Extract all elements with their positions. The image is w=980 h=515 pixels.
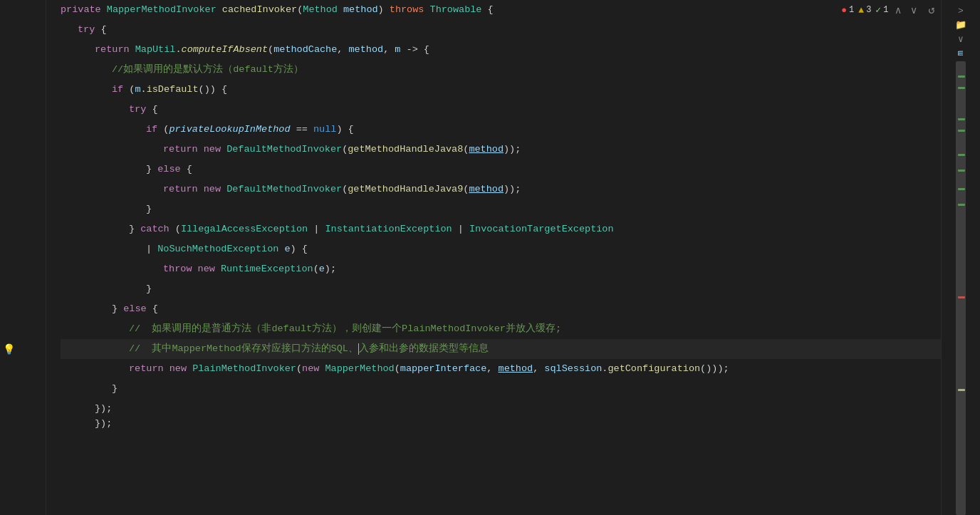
code-line-22: });	[61, 419, 941, 429]
reload-button[interactable]: ↺	[928, 3, 935, 17]
nav-up-button[interactable]: ∧	[892, 4, 904, 16]
right-panel-icons: > 📁 ∨ m	[954, 3, 968, 58]
code-line-10: return new DefaultMethodInvoker(getMetho…	[61, 180, 941, 199]
check-count: 1	[883, 5, 888, 15]
gutter-line-1	[0, 0, 40, 20]
gutter-line-13	[0, 239, 40, 259]
status-bar: ● 1 ▲ 3 ✓ 1 ∧ ∨ ↺	[835, 0, 941, 20]
code-line-8: return new DefaultMethodInvoker(getMetho…	[61, 140, 941, 160]
code-lines: private MapperMethodInvoker cachedInvoke…	[46, 0, 941, 429]
gutter-line-14	[0, 259, 40, 279]
code-line-7: if (privateLookupInMethod == null) {	[61, 120, 941, 140]
code-line-17: // 如果调用的是普通方法（非default方法），则创建一个PlainMeth…	[61, 319, 941, 339]
gutter-line-4	[0, 60, 40, 80]
code-line-5: if (m.isDefault()) {	[61, 80, 941, 100]
code-line-4: //如果调用的是默认方法（default方法）	[61, 60, 941, 80]
code-line-18: // 其中MapperMethod保存对应接口方法的SQL、入参和出参的数据类型…	[61, 339, 941, 359]
gutter-line-20	[0, 379, 40, 399]
error-badge: ● 1	[841, 5, 854, 16]
code-line-14: throw new RuntimeException(e);	[61, 259, 941, 279]
code-line-6: try {	[61, 100, 941, 120]
gutter-line-3	[0, 40, 40, 60]
right-folder-icon[interactable]: 📁	[955, 19, 966, 31]
gutter-line-2	[0, 20, 40, 40]
gutter-line-5	[0, 80, 40, 100]
code-line-15: }	[61, 279, 941, 299]
code-line-16: } else {	[61, 299, 941, 319]
scrollbar-track[interactable]	[956, 61, 966, 515]
code-area[interactable]: private MapperMethodInvoker cachedInvoke…	[46, 0, 941, 515]
gutter-line-8	[0, 140, 40, 160]
gutter-line-12	[0, 219, 40, 239]
line-gutter-area: 💡	[0, 0, 46, 515]
code-line-13: | NoSuchMethodException e) {	[61, 239, 941, 259]
gutter-line-7	[0, 120, 40, 140]
gutter-line-18: 💡	[0, 339, 40, 359]
code-line-19: return new PlainMethodInvoker(new Mapper…	[61, 359, 941, 379]
gutter-line-17	[0, 319, 40, 339]
gutter-line-9	[0, 160, 40, 180]
warning-count: 3	[866, 5, 871, 15]
nav-down-button[interactable]: ∨	[908, 4, 919, 16]
error-icon: ●	[841, 5, 847, 16]
right-label-m: m	[956, 51, 966, 56]
code-line-2: try {	[61, 20, 941, 40]
gutter-line-16	[0, 299, 40, 319]
right-chevron-icon[interactable]: >	[958, 6, 964, 16]
right-panel: > 📁 ∨ m	[941, 0, 980, 515]
gutter-line-15	[0, 279, 40, 299]
warning-badge: ▲ 3	[858, 5, 871, 16]
gutter-line-21	[0, 399, 40, 419]
gutter-line-19	[0, 359, 40, 379]
code-line-12: } catch (IllegalAccessException | Instan…	[61, 219, 941, 239]
gutter-line-22	[0, 419, 40, 439]
error-count: 1	[849, 5, 854, 15]
right-chevron-down-icon[interactable]: ∨	[958, 33, 964, 45]
bulb-icon[interactable]: 💡	[1, 339, 16, 359]
gutter-line-11	[0, 199, 40, 219]
code-line-1: private MapperMethodInvoker cachedInvoke…	[61, 0, 941, 20]
gutter-line-10	[0, 180, 40, 199]
check-badge: ✓ 1	[875, 4, 888, 16]
code-line-3: return MapUtil.computeIfAbsent(methodCac…	[61, 40, 941, 60]
code-line-11: }	[61, 199, 941, 219]
warning-icon: ▲	[858, 5, 864, 16]
code-line-9: } else {	[61, 160, 941, 180]
editor-container: 💡 private MapperMethodInvoker cachedInvo…	[0, 0, 980, 515]
gutter-line-6	[0, 100, 40, 120]
check-icon: ✓	[875, 4, 881, 16]
code-line-21: });	[61, 399, 941, 419]
code-line-20: }	[61, 379, 941, 399]
scrollbar-thumb[interactable]	[956, 61, 966, 515]
